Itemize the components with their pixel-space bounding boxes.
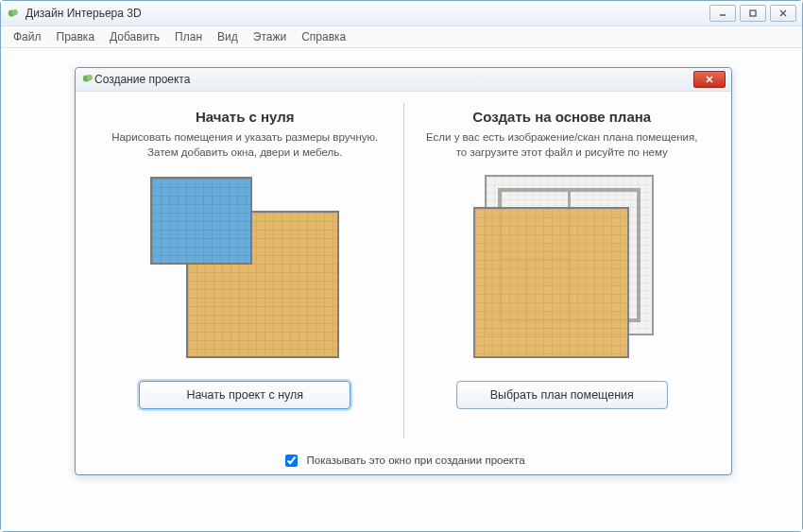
show-on-create-label: Показывать это окно при создании проекта	[306, 455, 524, 466]
maximize-button[interactable]	[740, 5, 766, 22]
dialog-body: Начать с нуля Нарисовать помещения и ука…	[76, 92, 731, 446]
menu-help[interactable]: Справка	[295, 28, 352, 45]
scratch-desc-line2: Затем добавить окна, двери и мебель.	[147, 146, 342, 158]
titlebar: Дизайн Интерьера 3D	[1, 1, 802, 26]
minimize-button[interactable]	[709, 5, 736, 22]
choose-plan-label: Выбрать план помещения	[490, 388, 634, 402]
scratch-heading: Начать с нуля	[196, 109, 295, 125]
plan-desc-line2: то загрузите этот файл и рисуйте по нему	[456, 146, 668, 158]
plan-illustration	[458, 175, 666, 364]
start-from-scratch-label: Начать проект с нуля	[186, 388, 303, 402]
app-icon	[7, 7, 20, 20]
dialog-footer: Показывать это окно при создании проекта	[76, 446, 731, 474]
menu-file[interactable]: Файл	[7, 28, 48, 45]
start-from-scratch-button[interactable]: Начать проект с нуля	[139, 381, 350, 409]
menu-plan[interactable]: План	[168, 28, 209, 45]
menu-floors[interactable]: Этажи	[247, 28, 293, 45]
start-from-scratch-pane: Начать с нуля Нарисовать помещения и ука…	[87, 99, 403, 446]
window-controls	[709, 5, 796, 22]
close-button[interactable]	[770, 5, 796, 22]
blue-room-shape	[150, 177, 252, 265]
plan-desc-line1: Если у вас есть изображение/скан плана п…	[426, 131, 697, 143]
plan-heading: Создать на основе плана	[472, 109, 651, 125]
scratch-illustration	[141, 175, 349, 364]
dialog-title: Создание проекта	[94, 73, 693, 86]
scratch-description: Нарисовать помещения и указать размеры в…	[111, 130, 378, 160]
client-area: Создание проекта Начать с нуля Нарисоват…	[1, 48, 802, 531]
menu-add[interactable]: Добавить	[103, 28, 166, 45]
svg-rect-3	[750, 10, 756, 16]
new-project-dialog: Создание проекта Начать с нуля Нарисоват…	[75, 67, 732, 475]
from-plan-pane: Создать на основе плана Если у вас есть …	[404, 99, 721, 446]
scratch-desc-line1: Нарисовать помещения и указать размеры в…	[111, 131, 378, 143]
plan-description: Если у вас есть изображение/скан плана п…	[426, 130, 697, 160]
menu-view[interactable]: Вид	[211, 28, 245, 45]
show-on-create-checkbox[interactable]	[285, 455, 298, 467]
dialog-icon	[81, 72, 94, 88]
choose-plan-button[interactable]: Выбрать план помещения	[456, 381, 668, 409]
svg-point-1	[12, 9, 18, 15]
menubar: Файл Правка Добавить План Вид Этажи Спра…	[1, 26, 802, 48]
dialog-titlebar: Создание проекта	[76, 68, 731, 92]
menu-edit[interactable]: Правка	[50, 28, 102, 45]
dialog-close-button[interactable]	[693, 71, 726, 88]
app-title: Дизайн Интерьера 3D	[26, 7, 709, 20]
svg-point-7	[87, 75, 93, 80]
main-window: Дизайн Интерьера 3D Файл Правка Добавить…	[0, 0, 803, 532]
plan-room-overlay	[473, 207, 629, 358]
